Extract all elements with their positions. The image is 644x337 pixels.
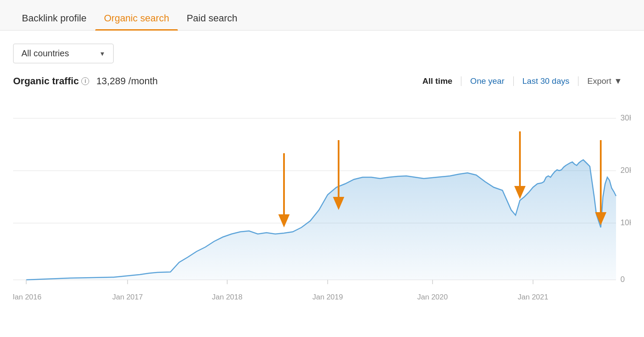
- one-year-label: One year: [470, 76, 504, 86]
- export-chevron-icon: ▼: [614, 76, 622, 86]
- svg-text:30K: 30K: [620, 113, 631, 122]
- tabs-bar: Backlink profile Organic search Paid sea…: [0, 0, 644, 31]
- traffic-value: 13,289 /month: [96, 76, 158, 87]
- tab-organic-label: Organic search: [104, 13, 169, 24]
- svg-text:Jan 2020: Jan 2020: [417, 293, 448, 301]
- info-icon[interactable]: i: [81, 77, 89, 85]
- tab-paid-label: Paid search: [187, 13, 237, 24]
- last-30-label: Last 30 days: [523, 76, 570, 86]
- tab-paid[interactable]: Paid search: [178, 13, 246, 30]
- traffic-chart: 30K 20K 10K 0 Jan 2016 Jan 2017 Jan 2018…: [13, 92, 631, 323]
- time-all-time[interactable]: All time: [414, 76, 461, 86]
- export-label: Export: [587, 76, 611, 86]
- time-controls: All time One year Last 30 days Export ▼: [414, 76, 631, 86]
- tab-backlink[interactable]: Backlink profile: [13, 13, 95, 30]
- time-last-30[interactable]: Last 30 days: [513, 76, 578, 86]
- svg-marker-21: [278, 214, 290, 227]
- country-label: All countries: [21, 48, 69, 58]
- main-content: All countries ▼ Organic traffic i 13,289…: [0, 31, 644, 323]
- all-time-label: All time: [422, 76, 453, 86]
- traffic-header: Organic traffic i 13,289 /month All time…: [13, 76, 631, 87]
- svg-text:20K: 20K: [620, 166, 631, 175]
- tab-backlink-label: Backlink profile: [22, 13, 87, 24]
- svg-text:Jan 2018: Jan 2018: [212, 293, 242, 301]
- svg-text:Jan 2016: Jan 2016: [13, 293, 42, 301]
- chart-container: 30K 20K 10K 0 Jan 2016 Jan 2017 Jan 2018…: [13, 92, 631, 323]
- svg-text:0: 0: [620, 275, 625, 284]
- export-button[interactable]: Export ▼: [578, 76, 631, 86]
- country-selector[interactable]: All countries ▼: [13, 44, 114, 63]
- chevron-down-icon: ▼: [99, 50, 105, 57]
- time-one-year[interactable]: One year: [461, 76, 513, 86]
- svg-text:10K: 10K: [620, 218, 631, 227]
- tab-organic[interactable]: Organic search: [95, 13, 178, 30]
- svg-text:Jan 2021: Jan 2021: [518, 293, 548, 301]
- svg-text:Jan 2019: Jan 2019: [312, 293, 343, 301]
- traffic-title: Organic traffic: [13, 76, 79, 87]
- svg-text:Jan 2017: Jan 2017: [112, 293, 143, 301]
